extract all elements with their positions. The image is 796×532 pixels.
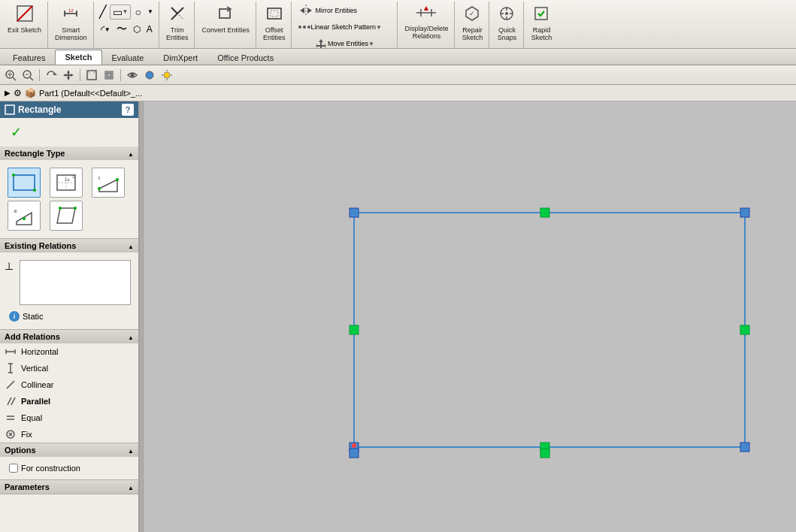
ribbon-tabs: Features Sketch Evaluate DimXpert Office… [0, 49, 796, 65]
trim-entities-group: TrimEntities [160, 2, 195, 48]
accept-area: ✓ [0, 118, 138, 147]
midpoint-left[interactable] [350, 325, 359, 334]
parameters-label: Parameters [5, 482, 50, 491]
add-relations-section: Add Relations Horizontal Vertical [0, 330, 138, 443]
corner-point-tl[interactable] [350, 208, 359, 217]
quick-snaps-button[interactable]: QuickSnaps [493, 3, 520, 43]
text-button[interactable]: A [144, 23, 155, 35]
rectangle-type-content: 1a 2 3 [0, 160, 138, 238]
for-construction-checkbox[interactable] [9, 464, 18, 473]
move-entities-button[interactable]: Move Entities ▼ [311, 37, 379, 50]
exit-sketch-label: Exit Sketch [8, 26, 41, 34]
midpoint-top[interactable] [540, 208, 549, 217]
rotate-view-button[interactable] [44, 68, 59, 83]
svg-point-16 [303, 26, 306, 29]
center-rectangle-button[interactable]: 1a 2 [50, 168, 83, 198]
circle-dropdown[interactable]: ▼ [145, 6, 156, 18]
3point-center-button[interactable]: ⊕ [8, 201, 41, 231]
corner-point-tr[interactable] [740, 208, 749, 217]
icon-separator-3 [120, 69, 121, 81]
repair-sketch-button[interactable]: ✓ RepairSketch [459, 3, 486, 43]
tab-evaluate[interactable]: Evaluate [102, 50, 154, 65]
sketch-icon: ⚙ [14, 88, 22, 98]
breadcrumb: ▶ ⚙ 📦 Part1 (Default<<Default>_... [0, 85, 796, 101]
spline-button[interactable]: 〜 [114, 22, 129, 37]
add-relations-chevron [128, 332, 134, 341]
tab-dimxpert[interactable]: DimXpert [153, 50, 207, 65]
bottom-left-extra[interactable] [350, 449, 359, 458]
canvas-area[interactable] [144, 101, 796, 532]
parallelogram-button[interactable] [50, 201, 83, 231]
edit-appearance-button[interactable] [142, 68, 157, 83]
trim-entities-button[interactable]: TrimEntities [163, 3, 192, 43]
parameters-header[interactable]: Parameters [0, 480, 138, 494]
existing-relations-header[interactable]: Existing Relations [0, 239, 138, 252]
bottom-mid-extra[interactable] [540, 449, 549, 458]
corner-rectangle-button[interactable] [8, 168, 41, 198]
rectangle-dropdown[interactable]: ▭ ▼ [110, 5, 132, 20]
smart-dimension-icon: 12 [62, 5, 80, 25]
quick-snaps-icon [498, 5, 516, 25]
move-entities-row: Move Entities ▼ [295, 37, 394, 50]
options-content: For construction [0, 457, 138, 479]
vertical-label: Vertical [21, 364, 48, 373]
help-button[interactable]: ? [122, 104, 134, 116]
view-orientation-button[interactable] [84, 68, 99, 83]
tab-sketch[interactable]: Sketch [55, 50, 101, 65]
svg-point-61 [98, 187, 101, 190]
options-label: Options [5, 446, 36, 455]
fix-relation-item[interactable]: Fix [0, 426, 138, 443]
svg-point-45 [146, 71, 153, 79]
exit-sketch-button[interactable]: Exit Sketch [5, 3, 44, 35]
corner-point-br[interactable] [740, 443, 749, 452]
parallel-relation-item[interactable]: Parallel [0, 393, 138, 410]
trim-entities-label: TrimEntities [166, 26, 189, 41]
options-header[interactable]: Options [0, 443, 138, 457]
horizontal-relation-item[interactable]: Horizontal [0, 343, 138, 360]
perpendicular-icon: ⊥ [5, 260, 14, 272]
main-toolbar: Exit Sketch 12 SmartDimension ╱ ▭ ▼ ○ ▼ [0, 0, 796, 49]
svg-marker-38 [63, 70, 74, 80]
collinear-icon [5, 379, 17, 391]
display-delete-button[interactable]: Display/DeleteRelations [401, 3, 451, 41]
polygon-button[interactable]: ⬡ [131, 23, 143, 35]
svg-line-1 [17, 6, 32, 21]
mirror-entities-button[interactable]: Mirror Entities [295, 3, 360, 18]
offset-entities-group: OffsetEntities [257, 2, 292, 48]
icon-toolbar [0, 65, 796, 85]
display-delete-group: Display/DeleteRelations [398, 2, 455, 48]
vertical-relation-item[interactable]: Vertical [0, 360, 138, 376]
zoom-in-button[interactable] [20, 68, 35, 83]
display-delete-icon [415, 5, 437, 23]
rectangle-type-header[interactable]: Rectangle Type [0, 147, 138, 160]
offset-entities-button[interactable]: OffsetEntities [260, 3, 289, 43]
svg-text:✓: ✓ [469, 10, 475, 17]
accept-button[interactable]: ✓ [5, 121, 28, 144]
equal-relation-item[interactable]: Equal [0, 410, 138, 426]
midpoint-right[interactable] [740, 325, 749, 334]
apply-scene-button[interactable] [159, 68, 174, 83]
add-relations-header[interactable]: Add Relations [0, 330, 138, 343]
relations-list-box [20, 260, 131, 305]
svg-point-44 [131, 73, 135, 77]
smart-dimension-button[interactable]: 12 SmartDimension [52, 3, 90, 43]
breadcrumb-arrow[interactable]: ▶ [5, 89, 11, 97]
tab-office-products[interactable]: Office Products [207, 50, 283, 65]
circle-button[interactable]: ○ [132, 5, 143, 19]
collinear-relation-item[interactable]: Collinear [0, 376, 138, 393]
arc-button[interactable]: ◜ ▼ [98, 23, 113, 36]
linear-sketch-pattern-button[interactable]: Linear Sketch Pattern ▼ [295, 21, 384, 33]
3point-corner-button[interactable]: 3 [92, 168, 125, 198]
rapid-sketch-button[interactable]: RapidSketch [528, 3, 555, 43]
zoom-to-fit-button[interactable] [3, 68, 18, 83]
svg-point-65 [23, 217, 26, 220]
pan-button[interactable] [61, 68, 76, 83]
display-style-button[interactable] [101, 68, 117, 83]
rectangle-title-icon [5, 104, 15, 115]
line-button[interactable]: ╱ [98, 3, 108, 20]
convert-entities-button[interactable]: Convert Entities [198, 3, 253, 35]
horizontal-icon [5, 346, 17, 358]
hide-show-button[interactable] [125, 68, 140, 83]
tab-features[interactable]: Features [3, 50, 55, 65]
linear-sketch-label: Linear Sketch Pattern [310, 23, 376, 31]
